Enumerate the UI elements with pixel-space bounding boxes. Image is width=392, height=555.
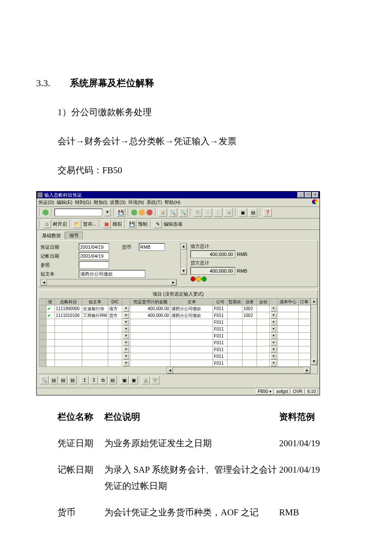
grid-cell[interactable] [39,353,46,360]
first-page-button[interactable]: ⇱ [193,208,202,217]
grid-cell[interactable] [228,346,242,353]
grid-cell[interactable] [82,353,108,360]
new-session-button[interactable]: ▣ [239,208,247,217]
grid-cell[interactable]: ▾ [122,312,130,319]
header-vscroll[interactable]: ▲ ▼ [180,243,187,275]
grid-scroll-right-icon[interactable]: ► [304,367,310,373]
grid-cell[interactable] [257,305,270,312]
grid-cell[interactable] [46,353,55,360]
table-row[interactable]: ▾F011▾ [39,353,311,360]
grid-cell[interactable]: F011 [213,346,228,353]
table-row[interactable]: ▾F011▾ [39,326,311,333]
table-row[interactable]: ✔1111990000在途银行存借方▾400,000.00浦西分公司缴款F011… [39,305,311,312]
close-button[interactable]: × [312,192,319,198]
grid-cell[interactable] [228,326,242,333]
items-grid[interactable]: 状 总帐科目 短文本 D/C 凭证货币计的金额 文本 公司 贸易伙 业务 [39,298,311,367]
simulate-button[interactable]: 模拟 [112,221,122,227]
grid-cell[interactable] [278,319,298,326]
grid-sort-desc-icon[interactable]: ▽ [151,376,159,384]
grid-cell[interactable]: 借方 [108,305,122,312]
grid-cell[interactable]: ▾ [270,305,278,312]
grid-cell[interactable]: ▾ [270,353,278,360]
grid-cell[interactable] [46,333,55,340]
command-field[interactable] [55,209,102,216]
park-button[interactable]: 暂存... [83,221,96,227]
grid-cell[interactable]: F011 [213,360,228,367]
grid-cell[interactable] [257,353,270,360]
menu-system[interactable]: 系统(T) [147,199,162,206]
maximize-button[interactable]: □ [305,192,311,198]
grid-cell[interactable] [55,319,82,326]
grid-cell[interactable] [46,340,55,346]
edit-options-button[interactable]: 编辑选项 [164,221,182,227]
grid-cell[interactable]: ▾ [270,326,278,333]
grid-cell[interactable] [108,333,122,340]
grid-cell[interactable]: 在途银行存 [82,305,108,312]
tab-basic-data[interactable]: 基础数据 [38,232,65,239]
grid-cell[interactable] [46,360,55,367]
grid-cell[interactable] [39,319,46,326]
exit-button[interactable] [139,209,145,215]
grid-cell[interactable] [39,346,46,353]
tree-icon[interactable] [43,220,51,228]
grid-copy-icon[interactable]: ⧉ [99,376,107,384]
grid-cell[interactable] [170,360,213,367]
grid-cell[interactable] [298,326,310,333]
grid-cell[interactable] [278,326,298,333]
scroll-up-icon[interactable]: ▲ [181,244,187,250]
grid-cell[interactable] [55,326,82,333]
grid-scroll-left-icon[interactable]: ◄ [167,367,173,373]
grid-cell[interactable]: ▾ [122,346,130,353]
grid-sort-asc-icon[interactable]: △ [141,376,150,384]
grid-btn-4[interactable]: ▤ [108,376,117,384]
grid-cell[interactable] [257,312,270,319]
grid-cell[interactable] [242,326,257,333]
grid-cell[interactable] [82,333,108,340]
grid-cell[interactable] [82,360,108,367]
grid-cell[interactable] [278,305,298,312]
table-row[interactable]: ▾F011▾ [39,346,311,353]
grid-cell[interactable] [46,326,55,333]
grid-cell[interactable]: 1002 [242,305,257,312]
grid-cell[interactable] [55,360,82,367]
grid-cell[interactable] [298,312,310,319]
grid-cell[interactable]: ▾ [122,340,130,346]
grid-cell[interactable] [228,353,242,360]
grid-cell[interactable] [130,353,170,360]
grid-cell[interactable]: F011 [213,319,228,326]
grid-cell[interactable] [108,340,122,346]
grid-cell[interactable]: ▾ [122,319,130,326]
grid-cell[interactable] [228,360,242,367]
grid-cell[interactable] [55,333,82,340]
grid-cell[interactable]: F011 [213,326,228,333]
grid-cell[interactable] [170,326,213,333]
grid-cell[interactable] [108,319,122,326]
find-button[interactable]: 🔍 [169,208,177,217]
grid-cell[interactable] [170,340,213,346]
menu-document[interactable]: 凭证(D) [38,199,54,206]
grid-cell[interactable] [257,340,270,346]
grid-cell[interactable]: ▾ [270,340,278,346]
doc-date-input[interactable] [79,243,109,251]
grid-cell[interactable] [39,340,46,346]
col-partner[interactable]: 合伙 [257,299,270,305]
grid-cell[interactable] [298,340,310,346]
table-row[interactable]: ▾F011▾ [39,333,311,340]
menu-edit[interactable]: 编辑(E) [57,199,72,206]
grid-cell[interactable]: 1002 [242,312,257,319]
save-preset-icon[interactable] [128,220,136,228]
grid-cell[interactable] [39,333,46,340]
grid-cell[interactable] [108,326,122,333]
menu-environment[interactable]: 环境(N) [128,199,144,206]
grid-cell[interactable]: 浦西分公司缴款 [170,305,213,312]
col-order[interactable]: 订单 [298,299,310,305]
grid-cell[interactable]: F011 [213,305,228,312]
grid-cell[interactable] [130,319,170,326]
grid-cell[interactable] [39,312,46,319]
grid-cell[interactable]: 400,000.00 [130,305,170,312]
grid-cell[interactable] [298,319,310,326]
col-partner-btn[interactable] [270,299,278,305]
grid-cell[interactable]: ▾ [122,305,130,312]
grid-cell[interactable] [228,319,242,326]
grid-cell[interactable]: 1111990000 [55,305,82,312]
